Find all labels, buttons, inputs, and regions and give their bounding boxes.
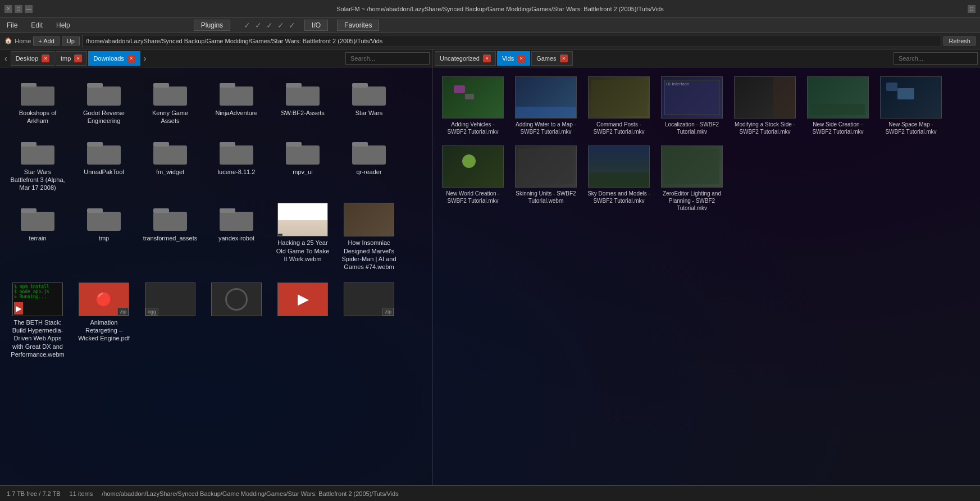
io-button[interactable]: I/O: [304, 20, 328, 31]
folder-godot[interactable]: Godot Reverse Engineering: [73, 74, 135, 129]
folder-qrreader[interactable]: qr-reader: [338, 133, 400, 195]
nav-up-button[interactable]: Up: [62, 37, 80, 45]
tab-games[interactable]: Games ×: [531, 51, 572, 66]
video-zero-editor-label: ZeroEditor Lighting and Planning - SWBF2…: [660, 190, 723, 212]
folder-terrain[interactable]: terrain: [7, 199, 69, 274]
folder-swbf3[interactable]: Star Wars Battlefront 3 (Alpha, Mar 17 2…: [7, 133, 69, 195]
video-skinning[interactable]: Skinning Units - SWBF2 Tutorial.webm: [512, 143, 580, 214]
svg-rect-19: [220, 145, 253, 165]
video-thumb: [442, 145, 504, 188]
disk-free: 1.7 TB free / 7.2 TB: [7, 490, 61, 497]
video-new-space-label: New Space Map - SWBF2 Tutorial.mkv: [879, 121, 942, 135]
folder-ninja[interactable]: NinjaAdventure: [206, 74, 267, 129]
svg-rect-5: [153, 86, 187, 106]
folder-swbf2[interactable]: SW:BF2-Assets: [272, 74, 334, 129]
file-ogg1[interactable]: ogg: [139, 279, 201, 362]
folder-mpvui[interactable]: mpv_ui: [272, 133, 334, 195]
video-modifying[interactable]: Modifying a Stock Side - SWBF2 Tutorial.…: [731, 74, 799, 138]
zip-badge-2: zip: [382, 308, 394, 316]
window-close-icon[interactable]: □: [968, 5, 976, 13]
svg-rect-6: [153, 83, 169, 88]
folder-lucene[interactable]: lucene-8.11.2: [206, 133, 267, 195]
folder-starwars-label: Star Wars: [355, 109, 383, 117]
svg-rect-16: [87, 142, 103, 147]
nav-refresh-button[interactable]: Refresh: [943, 37, 976, 45]
close-btn[interactable]: ×: [4, 5, 12, 13]
nav-add-button[interactable]: + Add: [33, 37, 59, 45]
video-command-posts[interactable]: Command Posts - SWBF2 Tutorial.mkv: [585, 74, 653, 138]
file-zip1[interactable]: zip: [338, 279, 400, 362]
video-zero-editor[interactable]: ZeroEditor Lighting and Planning - SWBF2…: [658, 143, 726, 214]
folder-tmp[interactable]: tmp: [73, 199, 135, 274]
file-misc1[interactable]: [206, 279, 267, 362]
menu-edit[interactable]: Edit: [29, 20, 45, 30]
nav-home-label[interactable]: Home: [15, 38, 31, 44]
tab-next-button[interactable]: ›: [142, 54, 149, 63]
favorites-button[interactable]: Favorites: [337, 20, 379, 31]
svg-rect-24: [352, 142, 368, 147]
tab-vids[interactable]: Vids ×: [497, 51, 530, 66]
video-new-side[interactable]: New Side Creation - SWBF2 Tutorial.mkv: [804, 74, 872, 138]
nav-home-icon: 🏠: [4, 37, 12, 44]
folder-icon: [285, 78, 321, 107]
video-sky-domes[interactable]: Sky Domes and Models - SWBF2 Tutorial.mk…: [585, 143, 653, 214]
svg-rect-30: [153, 208, 169, 213]
folder-icon: [218, 78, 254, 107]
tab-desktop-close[interactable]: ×: [42, 54, 49, 62]
left-tabs-row: ‹ Desktop × tmp × Downloads × ›: [0, 49, 432, 67]
folder-transformed[interactable]: transformed_assets: [139, 199, 201, 274]
folder-kenny[interactable]: Kenny Game Assets: [139, 74, 201, 129]
file-misc2[interactable]: ▶: [272, 279, 334, 362]
folder-unrealpak-label: UnrealPakTool: [84, 168, 124, 176]
video-adding-vehicles-label: Adding Vehicles - SWBF2 Tutorial.mkv: [441, 121, 504, 135]
maximize-btn[interactable]: —: [25, 5, 33, 13]
folder-yandex[interactable]: yandex-robot: [206, 199, 267, 274]
folder-fmwidget-label: fm_widget: [156, 168, 184, 176]
right-panel: Uncategorized × Vids × Games ×: [432, 49, 980, 485]
file-spiderman[interactable]: How Insomniac Designed Marvel's Spider-M…: [338, 199, 400, 274]
menu-help[interactable]: Help: [54, 20, 72, 30]
folder-swbf2-label: SW:BF2-Assets: [281, 109, 324, 117]
minimize-btn[interactable]: □: [15, 5, 22, 13]
nav-path-input[interactable]: /home/abaddon/LazyShare/Synced Backup/Ga…: [82, 35, 942, 47]
folder-icon: [152, 203, 188, 232]
folder-lucene-label: lucene-8.11.2: [218, 168, 256, 176]
video-localization[interactable]: UI Interface Localization - SWBF2 Tutori…: [658, 74, 726, 138]
right-search-input[interactable]: [894, 52, 978, 65]
tab-downloads[interactable]: Downloads ×: [88, 51, 140, 66]
file-animation[interactable]: 🔴 zip Animation Retargeting – Wicked Eng…: [73, 279, 135, 362]
folder-fmwidget[interactable]: fm_widget: [139, 133, 201, 195]
video-adding-vehicles[interactable]: Adding Vehicles - SWBF2 Tutorial.mkv: [439, 74, 507, 138]
file-beth[interactable]: $ npm install$ node app.js> Running... ▶…: [7, 279, 69, 362]
video-new-space[interactable]: New Space Map - SWBF2 Tutorial.mkv: [877, 74, 945, 138]
tab-vids-close[interactable]: ×: [517, 54, 525, 62]
tab-desktop[interactable]: Desktop ×: [11, 51, 54, 66]
svg-rect-17: [153, 145, 187, 165]
video-new-world[interactable]: New World Creation - SWBF2 Tutorial.mkv: [439, 143, 507, 214]
tab-uncategorized[interactable]: Uncategorized ×: [435, 51, 496, 66]
folder-icon: [218, 203, 254, 232]
folder-unrealpak[interactable]: UnrealPakTool: [73, 133, 135, 195]
plugins-button[interactable]: Plugins: [194, 20, 230, 31]
tab-tmp[interactable]: tmp ×: [56, 51, 87, 66]
folder-bookshops[interactable]: Bookshops of Arkham: [7, 74, 69, 129]
tab-uncategorized-close[interactable]: ×: [483, 54, 491, 62]
window-controls[interactable]: × □ —: [4, 5, 33, 13]
video-adding-water[interactable]: Adding Water to a Map - SWBF2 Tutorial.m…: [512, 74, 580, 138]
tab-downloads-close[interactable]: ×: [127, 54, 135, 62]
svg-rect-32: [220, 208, 235, 213]
svg-rect-9: [286, 86, 320, 106]
tab-prev-button[interactable]: ‹: [2, 54, 10, 63]
svg-rect-13: [21, 145, 54, 165]
check-icon-4: ✓: [277, 21, 284, 30]
menu-file[interactable]: File: [4, 20, 20, 30]
tab-games-close[interactable]: ×: [560, 54, 568, 62]
folder-starwars[interactable]: Star Wars: [338, 74, 400, 129]
left-search-input[interactable]: [345, 52, 430, 65]
check-icon-5: ✓: [289, 21, 295, 30]
file-hacking[interactable]: Hacking a 25 Year Old Game To Make It Wo…: [272, 199, 334, 274]
navbar: 🏠 Home + Add Up /home/abaddon/LazyShare/…: [0, 33, 980, 49]
folder-tmp-label: tmp: [99, 234, 109, 242]
tab-tmp-close[interactable]: ×: [74, 54, 82, 62]
svg-rect-14: [21, 142, 37, 147]
